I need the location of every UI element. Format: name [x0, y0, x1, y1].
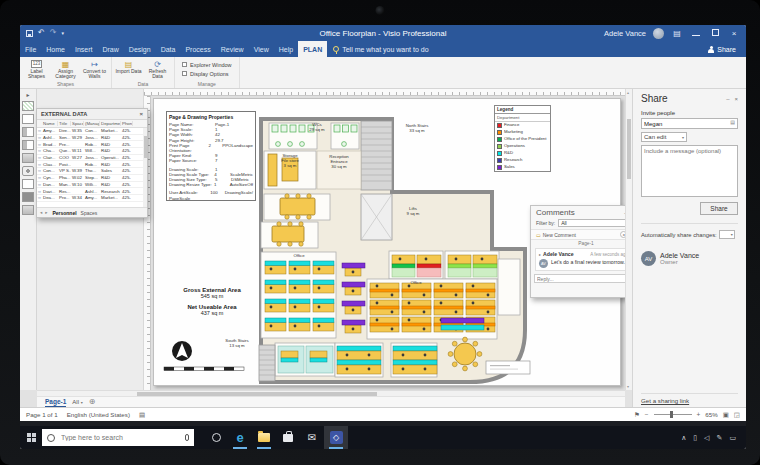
- table-row[interactable]: ∞Dea...Pro...W.34Amy...Market...425-: [37, 195, 147, 202]
- zoom-slider[interactable]: [654, 414, 692, 415]
- language-indicator[interactable]: English (United States): [67, 411, 130, 418]
- file-explorer-button[interactable]: [252, 426, 276, 449]
- table-row[interactable]: ∞Davi...Res...Ashl...Research425-: [37, 188, 147, 195]
- tell-me-box[interactable]: Tell me what you want to do: [327, 41, 434, 57]
- stencil-shape-icon[interactable]: [22, 140, 34, 150]
- tab-process[interactable]: Process: [180, 41, 215, 57]
- sheet-tab-personnel[interactable]: Personnel: [52, 210, 76, 216]
- stencil-shape-icon[interactable]: [22, 205, 34, 215]
- edge-button[interactable]: e: [228, 426, 252, 449]
- stencil-shape-icon[interactable]: [22, 166, 34, 176]
- collapse-icon[interactable]: ▸: [539, 252, 541, 257]
- zoom-level[interactable]: 65%: [705, 411, 717, 418]
- add-page-icon[interactable]: ⊕: [89, 398, 96, 406]
- table-row[interactable]: ∞Cha...Que...W.11Will...R&D425-: [37, 148, 147, 155]
- message-input[interactable]: [641, 145, 738, 197]
- explorer-window-checkbox[interactable]: Explorer Window: [182, 62, 232, 68]
- address-book-icon[interactable]: ▤: [730, 119, 735, 125]
- visio-button[interactable]: ◇: [324, 426, 348, 449]
- action-center-icon[interactable]: ▭: [729, 434, 736, 442]
- reply-input[interactable]: [534, 274, 638, 283]
- assign-category-button[interactable]: ▦ Assign Category: [52, 58, 79, 80]
- show-hidden-icons[interactable]: ∧: [681, 434, 686, 442]
- invite-people-input[interactable]: [641, 118, 738, 129]
- record-nav-icons[interactable]: ◂ ▸: [40, 210, 48, 215]
- stencil-shape-icon[interactable]: [22, 179, 34, 189]
- fit-page-icon[interactable]: ▣: [723, 411, 729, 419]
- table-row[interactable]: ∞Cyn...Pha...W.02Step...R&D425-: [37, 175, 147, 182]
- new-comment-button[interactable]: New Comment: [543, 232, 576, 238]
- minimize-icon[interactable]: –: [726, 96, 729, 102]
- column-header[interactable]: (Manag: [84, 121, 100, 126]
- mail-button[interactable]: ✉: [300, 426, 324, 449]
- tab-review[interactable]: Review: [216, 41, 249, 57]
- owner-row[interactable]: AV Adele Vance Owner: [641, 251, 738, 266]
- stencil-shape-icon[interactable]: [22, 127, 34, 137]
- ribbon-display-options-icon[interactable]: ▤: [671, 29, 683, 38]
- get-sharing-link[interactable]: Get a sharing link: [641, 397, 689, 404]
- microphone-icon[interactable]: [185, 434, 189, 441]
- task-view-button[interactable]: [204, 426, 228, 449]
- scroll-down-icon[interactable]: ▾: [627, 384, 629, 389]
- search-input[interactable]: [59, 433, 181, 442]
- battery-icon[interactable]: ▯: [693, 434, 697, 442]
- start-button[interactable]: [20, 426, 42, 449]
- permission-dropdown[interactable]: Can edit▾: [641, 132, 687, 142]
- share-button[interactable]: Share: [700, 202, 738, 215]
- page-indicator[interactable]: Page 1 of 1: [26, 411, 58, 418]
- display-options-checkbox[interactable]: Display Options: [182, 71, 232, 77]
- tab-plan[interactable]: PLAN: [298, 41, 327, 57]
- tab-help[interactable]: Help: [274, 41, 298, 57]
- page-tab[interactable]: Page-1: [45, 397, 66, 408]
- scrollbar[interactable]: [143, 128, 147, 207]
- tab-design[interactable]: Design: [124, 41, 156, 57]
- restore-icon[interactable]: [709, 29, 721, 38]
- sheet-tab-spaces[interactable]: Spaces: [81, 210, 98, 216]
- comment-card[interactable]: ▸ Adele Vance A few seconds ago × AV Let…: [535, 248, 637, 271]
- spellcheck-icon[interactable]: ▤: [139, 411, 145, 419]
- column-header[interactable]: Name: [42, 121, 58, 126]
- tab-data[interactable]: Data: [156, 41, 181, 57]
- tab-draw[interactable]: Draw: [97, 41, 123, 57]
- minimize-icon[interactable]: [690, 29, 702, 38]
- convert-to-walls-button[interactable]: ↦ Convert to Walls: [81, 58, 108, 80]
- stencil-shape-icon[interactable]: [22, 192, 34, 202]
- table-row[interactable]: ∞Dan...Man...W.10Willi...R&D425-: [37, 182, 147, 189]
- label-shapes-button[interactable]: 123 Label Shapes: [23, 58, 50, 80]
- table-row[interactable]: ∞Con...VP S...W.39Tho...Sales425-: [37, 168, 147, 175]
- expand-shapes-icon[interactable]: ▸: [26, 91, 29, 98]
- zoom-out-icon[interactable]: −: [645, 411, 649, 418]
- pen-icon[interactable]: ✎: [717, 434, 723, 442]
- column-header[interactable]: Phon: [121, 121, 133, 126]
- department-legend[interactable]: Legend Department FinanceMarketingOffice…: [494, 105, 551, 172]
- vertical-scrollbar[interactable]: ▴ ▾: [625, 89, 632, 390]
- share-ribbon-button[interactable]: Share: [698, 41, 746, 57]
- stencil-shape-icon[interactable]: [22, 114, 34, 124]
- user-avatar[interactable]: [653, 28, 664, 39]
- close-icon[interactable]: ×: [728, 29, 740, 38]
- column-header[interactable]: Title: [58, 121, 71, 126]
- tab-file[interactable]: File: [20, 41, 41, 57]
- table-row[interactable]: ∞Clair...COOW.27Joss...Operati...425-: [37, 155, 147, 162]
- scrollbar-thumb[interactable]: [627, 119, 631, 179]
- tab-insert[interactable]: Insert: [70, 41, 98, 57]
- signed-in-user[interactable]: Adele Vance: [604, 29, 646, 38]
- column-header[interactable]: Departme: [100, 121, 121, 126]
- close-icon[interactable]: ×: [139, 111, 143, 117]
- volume-icon[interactable]: ◁: [704, 434, 709, 442]
- tab-home[interactable]: Home: [41, 41, 70, 57]
- zoom-slider-thumb[interactable]: [670, 411, 673, 418]
- table-row[interactable]: ∞Ashl...Sen...W.29Joss...R&D425-: [37, 135, 147, 142]
- scroll-up-icon[interactable]: ▴: [627, 90, 629, 95]
- all-pages-dropdown[interactable]: All ▾: [72, 399, 82, 405]
- stencil-shape-icon[interactable]: [22, 153, 34, 163]
- redo-icon[interactable]: ↷: [50, 29, 57, 37]
- table-row[interactable]: ∞Clau...Post...Rob...R&D425-: [37, 161, 147, 168]
- undo-icon[interactable]: ↶: [38, 29, 45, 37]
- tab-view[interactable]: View: [249, 41, 274, 57]
- auto-share-dropdown[interactable]: ▾: [719, 230, 735, 239]
- fullscreen-icon[interactable]: ◲: [734, 411, 740, 419]
- table-row[interactable]: ∞Amy...Dire...W.35Con...Market...425-: [37, 128, 147, 135]
- qat-customize-icon[interactable]: ▾: [61, 29, 64, 37]
- save-icon[interactable]: [26, 30, 33, 37]
